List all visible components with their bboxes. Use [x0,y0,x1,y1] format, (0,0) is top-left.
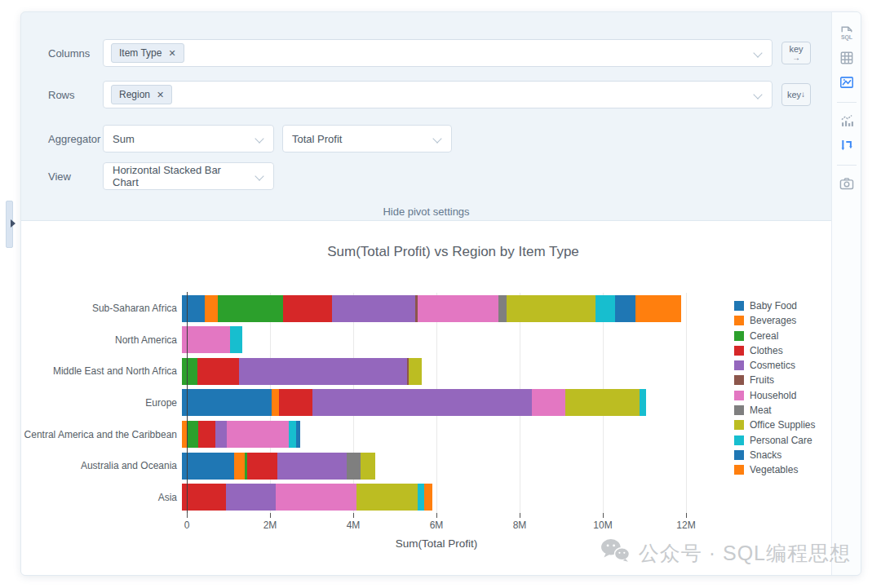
x-tick-label: 4M [347,519,361,531]
x-tick-label: 6M [430,519,444,531]
combo-chart-icon[interactable] [839,113,855,129]
chevron-down-icon[interactable] [432,134,441,143]
x-tick-label: 2M [263,519,277,531]
pivot-panel: Columns Item Type✕ key → Rows Region✕ ke… [20,11,861,576]
tag-label: Item Type [119,47,162,59]
legend-swatch [734,375,744,385]
bar-segment-household [182,326,230,353]
legend-label: Office Supplies [750,420,816,430]
legend-swatch [734,420,744,430]
legend-item-cereal[interactable]: Cereal [734,331,816,341]
table-grid-icon[interactable] [839,50,855,66]
pivot-icon[interactable] [839,137,855,153]
legend-label: Clothes [750,346,783,356]
view-select[interactable]: Horizontal Stacked Bar Chart [103,162,274,190]
bar-segment-office-supplies [356,484,418,511]
legend-label: Personal Care [750,435,812,445]
legend-label: Beverages [750,316,796,325]
remove-tag-icon[interactable]: ✕ [157,90,164,100]
bar-segment-office-supplies [409,358,421,385]
aggregator-field-value: Total Profit [292,133,342,145]
pivot-settings: Columns Item Type✕ key → Rows Region✕ ke… [21,12,831,221]
columns-key-order-button[interactable]: key → [781,42,811,64]
image-chart-icon[interactable] [839,74,855,91]
aggregator-label: Aggregator [48,133,100,145]
rows-key-order-button[interactable]: key ↓ [781,83,811,106]
legend-swatch [734,391,744,400]
legend-swatch [734,331,744,341]
bar-asia [182,484,681,511]
bar-segment-clothes [198,421,215,448]
legend-swatch [734,346,744,356]
legend-label: Snacks [750,450,781,460]
hide-pivot-settings-link[interactable]: Hide pivot settings [21,206,831,218]
legend-item-cosmetics[interactable]: Cosmetics [734,360,816,370]
y-axis-label: Asia [21,492,182,503]
chart-plot: Sub-Saharan AfricaNorth AmericaMiddle Ea… [21,293,686,513]
bar-segment-office-supplies [565,389,640,416]
legend-item-vegetables[interactable]: Vegetables [734,465,816,475]
legend-swatch [734,301,744,311]
field-tag-item-type[interactable]: Item Type✕ [111,43,184,63]
legend-swatch [734,450,744,460]
remove-tag-icon[interactable]: ✕ [168,48,175,59]
bar-segment-clothes [182,484,226,511]
chevron-down-icon[interactable] [753,90,762,99]
bar-middle-east-and-north-africa [182,358,681,385]
legend-item-office-supplies[interactable]: Office Supplies [734,420,816,430]
chevron-down-icon[interactable] [753,48,762,57]
chart-row-middle-east-and-north-africa: Middle East and North Africa [21,356,686,387]
legend-item-clothes[interactable]: Clothes [734,346,816,356]
legend-item-personal-care[interactable]: Personal Care [734,435,816,445]
field-tag-region[interactable]: Region✕ [111,85,172,104]
legend-item-beverages[interactable]: Beverages [734,316,816,325]
chevron-down-icon[interactable] [255,134,263,143]
chart-row-sub-saharan-africa: Sub-Saharan Africa [21,293,686,325]
pivot-ui-page: Columns Item Type✕ key → Rows Region✕ ke… [0,0,881,588]
bar-segment-meat [347,453,361,480]
aggregator-field-select[interactable]: Total Profit [282,125,452,153]
legend-item-baby-food[interactable]: Baby Food [734,301,816,311]
chart-row-asia: Asia [21,481,686,513]
camera-icon[interactable] [839,175,855,192]
legend-item-meat[interactable]: Meat [734,405,816,415]
x-tick-label: 10M [593,519,612,531]
bar-segment-beverages [205,295,219,322]
y-axis-label: Sub-Saharan Africa [21,303,182,314]
x-tick-mark [353,513,354,518]
legend-label: Baby Food [750,301,797,311]
bar-segment-cereal [218,295,283,322]
key-down-arrow-icon: ↓ [801,91,805,99]
bar-segment-snacks [296,421,300,448]
legend-label: Cosmetics [750,360,795,370]
sidebar-divider [837,165,857,166]
wechat-icon [600,537,631,568]
bar-central-america-and-the-caribbean [182,421,681,448]
tag-label: Region [119,89,150,100]
legend-label: Meat [750,405,772,415]
chart-area: Sum(Total Profit) vs Region by Item Type… [21,221,831,575]
bar-segment-personal-care [418,484,424,511]
bar-segment-clothes [279,389,312,416]
sql-icon[interactable]: SQL [839,25,855,42]
x-tick-mark [520,513,520,518]
x-axis-tickmarks [187,513,686,518]
columns-field[interactable]: Item Type✕ [103,39,773,67]
aggregator-select[interactable]: Sum [103,125,274,153]
bar-segment-clothes [247,453,277,480]
rows-field[interactable]: Region✕ [103,81,773,108]
bar-segment-household [276,484,356,511]
legend-item-household[interactable]: Household [734,391,816,400]
bar-segment-cosmetics [215,421,227,448]
legend-item-fruits[interactable]: Fruits [734,375,816,385]
watermark: 公众号 · SQL编程思想 [600,537,851,568]
watermark-text: 公众号 · SQL编程思想 [639,540,851,567]
x-axis-ticks: 02M4M6M8M10M12M [187,519,686,531]
legend-item-snacks[interactable]: Snacks [734,450,816,460]
chart-legend: Baby FoodBeveragesCerealClothesCosmetics… [734,301,816,480]
panel-collapse-handle[interactable] [6,201,13,248]
bar-segment-personal-care [230,326,242,353]
bar-segment-household [418,295,498,322]
chevron-down-icon[interactable] [255,171,263,180]
bar-segment-vegetables [635,295,681,322]
